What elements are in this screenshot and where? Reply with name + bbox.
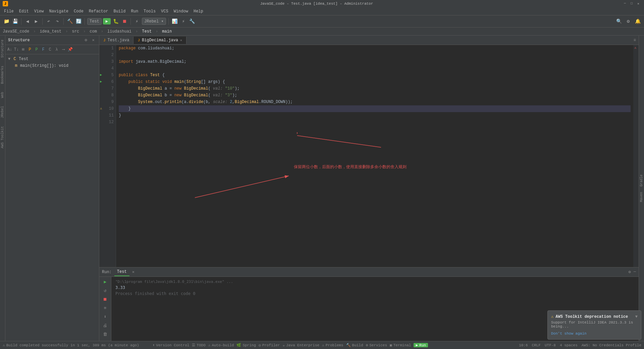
status-services[interactable]: ⚙Services bbox=[366, 343, 387, 347]
expand-icon[interactable]: ⊞ bbox=[20, 47, 26, 53]
run-clear-icon[interactable]: 🗑 bbox=[102, 331, 109, 338]
close-button[interactable]: ✕ bbox=[637, 2, 641, 6]
status-terminal[interactable]: ▣Terminal bbox=[390, 343, 411, 347]
tab-bigdecimal-java[interactable]: J BigDecimal.java ✕ bbox=[133, 37, 186, 44]
jrebel-config-btn[interactable]: ⚡ bbox=[133, 18, 141, 25]
side-tab-structure[interactable]: Structure bbox=[0, 36, 5, 62]
toolbar-undo-btn[interactable]: ↶ bbox=[45, 18, 52, 25]
code-content[interactable]: package com.liudashuai; import java.math… bbox=[116, 45, 633, 267]
toolbar-build-btn[interactable]: 🔨 bbox=[66, 18, 73, 25]
tree-item-test[interactable]: ▼ C Test bbox=[5, 56, 99, 62]
structure-pin-icon[interactable]: 📌 bbox=[67, 47, 73, 53]
filter-lambda-icon[interactable]: λ bbox=[54, 47, 60, 53]
breadcrumb-item-6[interactable]: main bbox=[162, 29, 172, 34]
menu-refactor[interactable]: Refactor bbox=[86, 8, 111, 14]
panel-close-icon[interactable]: ✕ bbox=[90, 37, 96, 43]
minimize-button[interactable]: ─ bbox=[624, 2, 628, 6]
filter-field-icon[interactable]: F bbox=[40, 47, 46, 53]
profile-btn[interactable]: ⚡ bbox=[180, 18, 187, 25]
tab-test-java[interactable]: J Test.java bbox=[99, 37, 133, 44]
status-problems[interactable]: ⚠Problems bbox=[322, 343, 343, 347]
tab-close-icon[interactable]: ✕ bbox=[180, 38, 182, 42]
sort-type-icon[interactable]: T↓ bbox=[13, 47, 19, 53]
status-spring[interactable]: 🌿Spring bbox=[236, 343, 256, 347]
menu-code[interactable]: Code bbox=[71, 8, 86, 14]
menu-vcs[interactable]: VCS bbox=[158, 8, 171, 14]
run-filter-icon[interactable]: ≡ bbox=[102, 304, 109, 312]
aws-notice-link[interactable]: Don't show again bbox=[551, 332, 587, 336]
menu-file[interactable]: File bbox=[1, 8, 16, 14]
toolbar-open-btn[interactable]: 📁 bbox=[3, 18, 10, 25]
run-gutter-icon[interactable]: ▶ bbox=[100, 72, 102, 79]
status-profiler[interactable]: ◎Profiler bbox=[259, 343, 280, 347]
notifications-btn[interactable]: 🔔 bbox=[634, 18, 641, 25]
breadcrumb-item-2[interactable]: src bbox=[72, 29, 79, 34]
run-print-icon[interactable]: 🖨 bbox=[102, 322, 109, 329]
status-autobuild[interactable]: ⚠Auto-build bbox=[208, 343, 234, 347]
right-tool-maven[interactable]: Maven bbox=[639, 189, 644, 205]
side-tab-bookmarks[interactable]: Bookmarks bbox=[0, 62, 5, 88]
structure-scroll-icon[interactable]: ⟶ bbox=[60, 47, 66, 53]
run-tab-test[interactable]: Test bbox=[114, 268, 129, 276]
tools-btn[interactable]: 🔧 bbox=[189, 18, 196, 25]
side-tab-awstoolkit[interactable]: AWS Toolkit bbox=[0, 122, 5, 152]
run-gutter-icon-2[interactable]: ▶ bbox=[100, 79, 102, 85]
run-settings-minimize-icon[interactable]: ─ bbox=[634, 269, 636, 275]
debug-button[interactable]: 🐛 bbox=[112, 18, 119, 25]
filter-protected-icon[interactable]: P bbox=[34, 47, 40, 53]
breadcrumb-item-1[interactable]: idea_test bbox=[40, 29, 61, 34]
jrebel-label[interactable]: JRebel ▾ bbox=[142, 18, 166, 25]
menu-view[interactable]: View bbox=[32, 8, 47, 14]
status-java-enterprise[interactable]: ☕Java Enterprise bbox=[282, 343, 319, 347]
breadcrumb-item-0[interactable]: JavaSE_code bbox=[3, 29, 29, 34]
menu-tools[interactable]: Tools bbox=[141, 8, 158, 14]
toolbar-back-btn[interactable]: ◀ bbox=[24, 18, 31, 25]
toolbar-forward-btn[interactable]: ▶ bbox=[33, 18, 40, 25]
right-tool-gradle[interactable]: Gradle bbox=[639, 172, 644, 189]
side-tab-jrebel[interactable]: JRebel bbox=[0, 102, 5, 122]
coverage-btn[interactable]: 📊 bbox=[171, 18, 178, 25]
run-stop-icon[interactable]: ⏹ bbox=[102, 296, 109, 303]
run-settings-gear-icon[interactable]: ⚙ bbox=[629, 269, 631, 275]
status-todo[interactable]: ☰TODO bbox=[192, 343, 205, 347]
toolbar-redo-btn[interactable]: ↷ bbox=[54, 18, 61, 25]
menu-window[interactable]: Window bbox=[171, 8, 191, 14]
menu-run[interactable]: Run bbox=[128, 8, 141, 14]
tree-item-main[interactable]: m main(String[]): void bbox=[5, 62, 99, 69]
status-line-ending[interactable]: CRLF bbox=[532, 343, 541, 347]
menu-edit[interactable]: Edit bbox=[16, 8, 32, 14]
status-position[interactable]: 10:6 bbox=[519, 343, 528, 347]
filter-class-icon[interactable]: C bbox=[47, 47, 53, 53]
side-tab-web[interactable]: Web bbox=[0, 88, 5, 102]
breadcrumb-item-4[interactable]: liudashuai bbox=[107, 29, 131, 34]
toolbar-save-btn[interactable]: 💾 bbox=[11, 18, 19, 25]
filter-public-icon[interactable]: P bbox=[27, 47, 33, 53]
status-version-control[interactable]: ⬆Version Control bbox=[153, 343, 190, 347]
tab-overflow-icon[interactable]: ≡ bbox=[631, 38, 639, 43]
menu-build[interactable]: Build bbox=[111, 8, 128, 14]
breadcrumb-item-3[interactable]: com bbox=[90, 29, 97, 34]
status-run[interactable]: ▶Run bbox=[414, 343, 428, 347]
maximize-button[interactable]: □ bbox=[631, 2, 635, 6]
toolbar-sync-btn[interactable]: 🔄 bbox=[75, 18, 82, 25]
search-everywhere-btn[interactable]: 🔍 bbox=[615, 18, 623, 25]
status-build[interactable]: 🔨Build bbox=[346, 343, 363, 347]
status-aws[interactable]: AWS: No Credentials Profile bbox=[582, 343, 641, 347]
run-scroll-icon[interactable]: ⬇ bbox=[102, 313, 109, 320]
run-rerun-icon[interactable]: ↺ bbox=[102, 287, 109, 294]
status-encoding[interactable]: UTF-8 bbox=[545, 343, 556, 347]
run-button[interactable]: ▶ bbox=[103, 18, 111, 24]
menu-help[interactable]: Help bbox=[191, 8, 206, 14]
settings-btn[interactable]: ⚙ bbox=[625, 18, 632, 25]
breadcrumb-item-5[interactable]: Test bbox=[142, 29, 152, 34]
aws-notice-expand-icon[interactable]: ▼ bbox=[635, 314, 638, 319]
status-indent[interactable]: 4 spaces bbox=[560, 343, 578, 347]
sort-alpha-icon[interactable]: A↓ bbox=[7, 47, 13, 53]
panel-gear-icon[interactable]: ⚙ bbox=[83, 37, 89, 43]
stop-button[interactable]: ⏹ bbox=[121, 18, 128, 25]
window-controls[interactable]: ─ □ ✕ bbox=[624, 2, 641, 6]
run-play-icon[interactable]: ▶ bbox=[102, 278, 109, 286]
run-tab-close-icon[interactable]: ✕ bbox=[132, 269, 135, 275]
gutter-error-icon[interactable]: ⚠ bbox=[633, 45, 638, 50]
run-config-label[interactable]: Test bbox=[87, 18, 102, 25]
